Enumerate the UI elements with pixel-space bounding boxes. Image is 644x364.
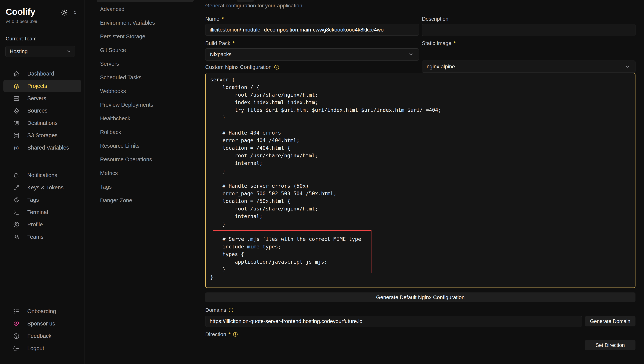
sidebar-item-notifications[interactable]: Notifications [4,169,81,181]
sidebar-item-tags[interactable]: Tags [4,194,81,206]
build-pack-value: Nixpacks [210,51,232,58]
sidebar-item-feedback[interactable]: Feedback [4,330,81,342]
user-circle-icon [13,221,20,228]
required-asterisk: * [454,40,456,46]
braces-x-icon: (x) [13,144,20,151]
mime-type-highlight-box [213,230,372,273]
sidebar-item-projects[interactable]: Projects [4,80,81,92]
home-icon [13,70,20,77]
tag-icon [13,197,20,204]
general-configuration-panel: General configuration for your applicati… [205,0,644,364]
chevron-down-icon [66,49,72,54]
bell-icon [13,172,20,179]
sidebar-item-label: Dashboard [27,71,54,77]
name-input[interactable] [205,24,419,36]
nginx-config-editor[interactable]: server { location / { root /usr/share/ng… [205,73,636,288]
subnav-item-git-source[interactable]: Git Source [85,43,205,57]
sidebar-item-label: Projects [27,83,47,89]
sidebar-item-label: Onboarding [27,308,56,314]
sidebar-item-label: Destinations [27,120,58,126]
sidebar-item-logout[interactable]: Logout [4,342,81,354]
sidebar-item-label: Shared Variables [27,145,69,151]
subnav-list: AdvancedEnvironment VariablesPersistent … [85,0,205,207]
static-image-value: nginx:alpine [426,64,455,70]
generate-default-nginx-config-button[interactable]: Generate Default Nginx Configuration [205,292,636,302]
sidebar-item-sources[interactable]: Sources [4,105,81,117]
build-pack-label: Build Pack* [205,40,235,46]
page-subtitle: General configuration for your applicati… [205,3,304,9]
theme-toggle-sun-icon[interactable] [61,9,68,16]
sidebar-item-label: Profile [27,222,43,228]
subnav-item-resource-limits[interactable]: Resource Limits [85,139,205,152]
sidebar-item-label: Tags [27,197,39,203]
settings-subnav: AdvancedEnvironment VariablesPersistent … [85,0,205,364]
subnav-item-danger-zone[interactable]: Danger Zone [85,194,205,207]
subnav-active-item-cutoff[interactable] [97,0,194,2]
build-pack-select[interactable]: Nixpacks [205,48,419,61]
team-select-value: Hosting [10,48,28,55]
name-label: Name* [205,16,224,22]
sidebar-nav-group-bottom: OnboardingSponsor usFeedbackLogout [0,305,84,354]
sidebar-item-shared-variables[interactable]: (x)Shared Variables [4,142,81,154]
help-circle-icon [13,333,20,339]
sidebar-item-label: Terminal [27,209,48,215]
sidebar-item-dashboard[interactable]: Dashboard [4,68,81,80]
subnav-item-servers[interactable]: Servers [85,57,205,71]
sidebar-item-teams[interactable]: Teams [4,231,81,243]
sidebar-item-onboarding[interactable]: Onboarding [4,305,81,317]
svg-text:(x): (x) [14,145,18,150]
subnav-item-rollback[interactable]: Rollback [85,125,205,139]
subnav-item-healthcheck[interactable]: Healthcheck [85,112,205,125]
set-direction-button[interactable]: Set Direction [585,340,636,350]
sidebar-header: Coolify v4.0.0-beta.399 [0,0,84,24]
sidebar-item-s3-storages[interactable]: S3 Storages [4,129,81,142]
sidebar-item-label: Logout [27,345,44,351]
sidebar-item-keys-tokens[interactable]: Keys & Tokens [4,181,81,194]
required-asterisk: * [228,331,230,337]
sidebar-item-terminal[interactable]: Terminal [4,206,81,219]
sidebar-item-profile[interactable]: Profile [4,219,81,231]
sidebar-item-label: S3 Storages [27,132,58,138]
primary-sidebar: Coolify v4.0.0-beta.399 Current Team Hos… [0,0,85,364]
sidebar-nav-group-secondary: NotificationsKeys & TokensTagsTerminalPr… [0,169,84,243]
info-icon[interactable] [274,64,280,70]
domains-input[interactable] [205,316,582,327]
description-label: Description [422,16,448,22]
subnav-item-environment-variables[interactable]: Environment Variables [85,16,205,30]
users-icon [13,234,20,240]
subnav-item-persistent-storage[interactable]: Persistent Storage [85,30,205,43]
key-icon [13,184,20,191]
subnav-item-metrics[interactable]: Metrics [85,166,205,180]
sidebar-nav: DashboardProjectsServersSourcesDestinati… [0,68,84,243]
terminal-icon [13,209,20,216]
sidebar-item-servers[interactable]: Servers [4,92,81,105]
required-asterisk: * [222,16,224,22]
nginx-config-label: Custom Nginx Configuration [205,64,280,70]
sidebar-item-sponsor-us[interactable]: Sponsor us [4,317,81,330]
subnav-item-preview-deployments[interactable]: Preview Deployments [85,98,205,112]
logout-icon [13,345,20,352]
description-input[interactable] [422,24,636,36]
info-icon[interactable] [228,307,234,313]
app-version: v4.0.0-beta.399 [6,19,79,24]
sidebar-item-label: Teams [27,234,44,240]
static-image-select[interactable]: nginx:alpine [422,61,636,73]
sidebar-item-label: Keys & Tokens [27,185,64,191]
generate-domain-button[interactable]: Generate Domain [585,316,636,326]
subnav-item-webhooks[interactable]: Webhooks [85,84,205,98]
domains-label: Domains [205,307,234,313]
layers-icon [13,83,20,90]
subnav-item-scheduled-tasks[interactable]: Scheduled Tasks [85,71,205,84]
info-icon[interactable] [233,332,238,337]
git-branch-icon [13,107,20,114]
version-switcher-chevrons-icon[interactable] [72,10,78,16]
subnav-item-resource-operations[interactable]: Resource Operations [85,152,205,166]
team-select[interactable]: Hosting [5,46,75,57]
chevron-down-icon [625,64,630,69]
sidebar-item-destinations[interactable]: Destinations [4,117,81,129]
server-icon [13,95,20,102]
subnav-item-tags[interactable]: Tags [85,180,205,194]
subnav-item-advanced[interactable]: Advanced [85,2,205,16]
current-team-label: Current Team [6,36,84,42]
sidebar-nav-group-main: DashboardProjectsServersSourcesDestinati… [0,68,84,154]
